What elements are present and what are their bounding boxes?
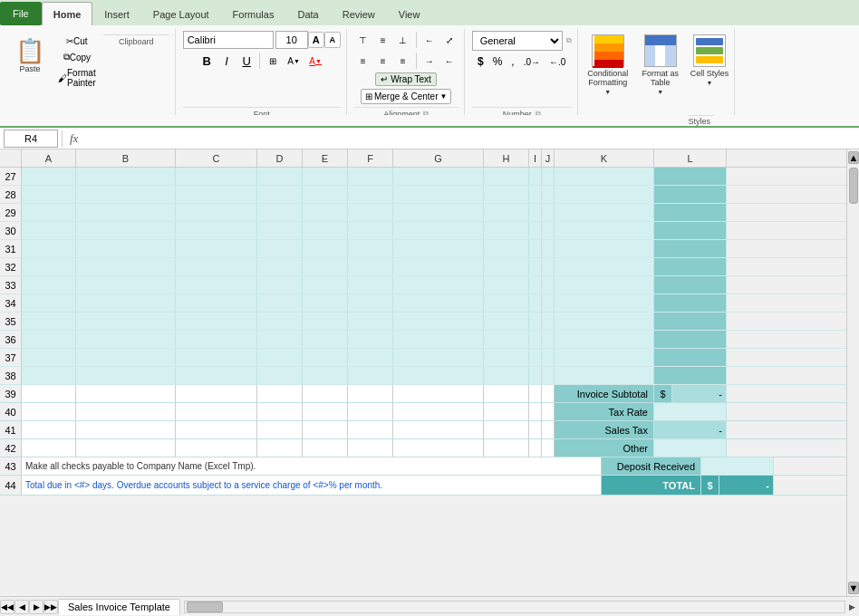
cell-D31[interactable] — [257, 240, 303, 257]
cell-b28[interactable] — [76, 186, 176, 203]
col-header-j[interactable]: J — [542, 149, 555, 167]
col-header-b[interactable]: B — [76, 149, 176, 167]
indent-increase[interactable]: → — [420, 52, 439, 70]
cell-a27[interactable] — [22, 168, 76, 185]
cell-D35[interactable] — [257, 313, 303, 330]
cell-I30[interactable] — [529, 222, 542, 239]
conditional-formatting-button[interactable]: Conditional Formatting ▼ — [585, 34, 631, 95]
cell-H35[interactable] — [484, 313, 529, 330]
cell-L30[interactable] — [654, 222, 727, 239]
cell-e28[interactable] — [303, 186, 348, 203]
cell-L29[interactable] — [654, 204, 727, 221]
cell-D29[interactable] — [257, 204, 303, 221]
align-right[interactable]: ≡ — [394, 52, 412, 70]
cell-F34[interactable] — [348, 294, 393, 312]
font-size-increase[interactable]: A — [308, 32, 324, 48]
notes-cell[interactable]: Make all checks payable to Company Name … — [22, 457, 602, 475]
sheet-tab-active[interactable]: Sales Invoice Template — [58, 599, 180, 615]
cell-j39[interactable] — [542, 385, 555, 402]
cell-D30[interactable] — [257, 222, 303, 239]
nav-prev[interactable]: ◀ — [14, 600, 29, 614]
formula-input[interactable] — [85, 130, 855, 148]
cell-D36[interactable] — [257, 331, 303, 348]
cell-C34[interactable] — [176, 294, 257, 312]
scroll-right-btn[interactable]: ▶ — [849, 602, 859, 611]
cell-B38[interactable] — [76, 367, 176, 384]
cell-D32[interactable] — [257, 258, 303, 275]
cell-L36[interactable] — [654, 331, 727, 348]
cell-I33[interactable] — [529, 276, 542, 294]
cell-K29[interactable] — [555, 204, 654, 221]
cell-A29[interactable] — [22, 204, 76, 221]
cell-K38[interactable] — [555, 367, 654, 384]
cell-H37[interactable] — [484, 349, 529, 366]
cell-D38[interactable] — [257, 367, 303, 384]
cell-K33[interactable] — [555, 276, 654, 294]
cell-E30[interactable] — [303, 222, 348, 239]
file-tab[interactable]: File — [0, 2, 42, 25]
cell-i39[interactable] — [529, 385, 542, 402]
data-tab[interactable]: Data — [285, 2, 330, 25]
cell-G30[interactable] — [393, 222, 484, 239]
cell-B32[interactable] — [76, 258, 176, 275]
cell-J32[interactable] — [542, 258, 555, 275]
cell-G34[interactable] — [393, 294, 484, 312]
fill-color-button[interactable]: A▼ — [284, 52, 304, 70]
scroll-thumb-h[interactable] — [187, 602, 223, 612]
cell-E35[interactable] — [303, 313, 348, 330]
cell-H33[interactable] — [484, 276, 529, 294]
wrap-text-button[interactable]: ↵ Wrap Text — [375, 72, 436, 86]
cell-J37[interactable] — [542, 349, 555, 366]
cell-C36[interactable] — [176, 331, 257, 348]
cell-styles-button[interactable]: Cell Styles ▼ — [690, 34, 729, 86]
cell-a39[interactable] — [22, 385, 76, 402]
align-top[interactable]: ⊤ — [354, 31, 372, 49]
font-color-button[interactable]: A▼ — [305, 52, 325, 70]
cell-F36[interactable] — [348, 331, 393, 348]
cell-J30[interactable] — [542, 222, 555, 239]
cell-I35[interactable] — [529, 313, 542, 330]
cell-k28[interactable] — [555, 186, 654, 203]
nav-first[interactable]: ◀◀ — [0, 600, 14, 614]
scroll-up-button[interactable]: ▲ — [848, 151, 859, 164]
cell-D33[interactable] — [257, 276, 303, 294]
notes-cell-2[interactable]: Total due in <#> days. Overdue accounts … — [22, 476, 602, 495]
dollar-sign-button[interactable]: $ — [474, 53, 487, 70]
cell-C35[interactable] — [176, 313, 257, 330]
cell-A32[interactable] — [22, 258, 76, 275]
col-header-i[interactable]: I — [529, 149, 542, 167]
cell-J31[interactable] — [542, 240, 555, 257]
nav-next[interactable]: ▶ — [29, 600, 43, 614]
cell-F30[interactable] — [348, 222, 393, 239]
align-middle[interactable]: ≡ — [374, 31, 392, 49]
cell-L34[interactable] — [654, 294, 727, 312]
cell-k44-label[interactable]: TOTAL — [602, 476, 701, 495]
cell-L35[interactable] — [654, 313, 727, 330]
border-button[interactable]: ⊞ — [264, 52, 282, 70]
cell-l27[interactable] — [654, 168, 727, 185]
cell-K36[interactable] — [555, 331, 654, 348]
merge-center-button[interactable]: ⊞ Merge & Center ▼ — [361, 89, 452, 104]
cell-C30[interactable] — [176, 222, 257, 239]
cell-F32[interactable] — [348, 258, 393, 275]
cell-k27[interactable] — [555, 168, 654, 185]
cell-e27[interactable] — [303, 168, 348, 185]
cell-B31[interactable] — [76, 240, 176, 257]
cell-K37[interactable] — [555, 349, 654, 366]
cell-H30[interactable] — [484, 222, 529, 239]
font-size-decrease[interactable]: A — [324, 32, 341, 48]
italic-button[interactable]: I — [217, 52, 236, 70]
cell-C32[interactable] — [176, 258, 257, 275]
cell-I31[interactable] — [529, 240, 542, 257]
cell-H38[interactable] — [484, 367, 529, 384]
cell-l39-dollar[interactable]: $ — [654, 385, 672, 402]
cell-e39[interactable] — [303, 385, 348, 402]
cell-l41-value[interactable]: - — [654, 421, 727, 438]
cell-k40-label[interactable]: Tax Rate — [555, 403, 654, 420]
indent-decrease[interactable]: ← — [420, 31, 439, 49]
cell-L33[interactable] — [654, 276, 727, 294]
cell-E29[interactable] — [303, 204, 348, 221]
cell-k42-label[interactable]: Other — [555, 439, 654, 457]
cell-h39[interactable] — [484, 385, 529, 402]
cell-B29[interactable] — [76, 204, 176, 221]
